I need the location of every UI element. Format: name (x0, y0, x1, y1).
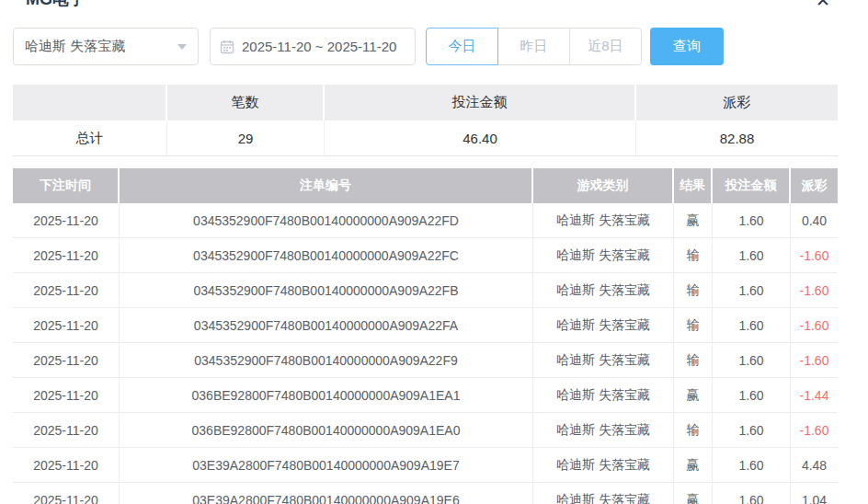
cell-payout: -1.60 (791, 343, 838, 378)
cell-game-category: 哈迪斯 失落宝藏 (533, 378, 674, 413)
cell-game-category: 哈迪斯 失落宝藏 (533, 448, 674, 483)
cell-result: 赢 (674, 483, 713, 504)
summary-table: 笔数 投注金额 派彩 总计 29 46.40 82.88 (13, 85, 838, 156)
summary-header-bet-amount: 投注金额 (325, 85, 636, 120)
filter-bar: 哈迪斯 失落宝藏 2025-11-20 ~ 2025-11-20 今日 昨日 近… (13, 28, 838, 65)
table-row: 2025-11-20 036BE92800F7480B00140000000A9… (13, 413, 838, 448)
cell-bet-amount: 1.60 (713, 413, 791, 448)
cell-result: 输 (674, 238, 713, 273)
summary-total-count: 29 (167, 120, 325, 156)
cell-bet-time: 2025-11-20 (13, 483, 120, 504)
table-row: 2025-11-20 0345352900F7480B00140000000A9… (13, 238, 838, 273)
yesterday-button[interactable]: 昨日 (497, 28, 570, 65)
summary-header-row: 笔数 投注金额 派彩 (13, 85, 838, 120)
cell-bet-time: 2025-11-20 (13, 238, 120, 273)
cell-bet-amount: 1.60 (713, 238, 791, 273)
summary-total-payout: 82.88 (636, 120, 838, 156)
cell-payout: 1.04 (791, 483, 838, 504)
cell-order-id: 03E39A2800F7480B00140000000A909A19E7 (120, 448, 533, 483)
cell-order-id: 0345352900F7480B00140000000A909A22FD (120, 203, 533, 238)
bet-table-header-row: 下注时间 注单编号 游戏类别 结果 投注金额 派彩 (13, 168, 838, 203)
header-payout: 派彩 (791, 168, 838, 203)
date-range-value: 2025-11-20 ~ 2025-11-20 (242, 39, 396, 54)
table-row: 2025-11-20 036BE92800F7480B00140000000A9… (13, 378, 838, 413)
cell-bet-amount: 1.60 (713, 203, 791, 238)
cell-bet-amount: 1.60 (713, 343, 791, 378)
header-bet-amount: 投注金额 (713, 168, 791, 203)
cell-bet-time: 2025-11-20 (13, 413, 120, 448)
cell-game-category: 哈迪斯 失落宝藏 (533, 273, 674, 308)
cell-payout: -1.60 (791, 413, 838, 448)
cell-bet-time: 2025-11-20 (13, 203, 120, 238)
last-8-days-button[interactable]: 近8日 (569, 28, 642, 65)
cell-bet-time: 2025-11-20 (13, 378, 120, 413)
cell-payout: -1.44 (791, 378, 838, 413)
bet-table-body: 2025-11-20 0345352900F7480B00140000000A9… (13, 203, 838, 504)
page-title: MG电子 (26, 0, 86, 10)
cell-order-id: 0345352900F7480B00140000000A909A22FB (120, 273, 533, 308)
cell-bet-time: 2025-11-20 (13, 343, 120, 378)
cell-bet-time: 2025-11-20 (13, 448, 120, 483)
chevron-down-icon (177, 44, 187, 50)
cell-bet-amount: 1.60 (713, 378, 791, 413)
cell-result: 输 (674, 308, 713, 343)
cell-result: 输 (674, 273, 713, 308)
today-button[interactable]: 今日 (426, 28, 498, 65)
bet-records-panel: MG电子 ✕ 哈迪斯 失落宝藏 2025-11-20 ~ 2025-11-20 … (0, 0, 868, 504)
cell-result: 赢 (674, 378, 713, 413)
table-row: 2025-11-20 03E39A2800F7480B00140000000A9… (13, 483, 838, 504)
game-select[interactable]: 哈迪斯 失落宝藏 (13, 28, 199, 65)
bet-table: 下注时间 注单编号 游戏类别 结果 投注金额 派彩 2025-11-20 034… (13, 168, 838, 504)
table-row: 2025-11-20 0345352900F7480B00140000000A9… (13, 308, 838, 343)
quick-range-group: 今日 昨日 近8日 (426, 28, 642, 65)
table-row: 2025-11-20 03E39A2800F7480B00140000000A9… (13, 448, 838, 483)
cell-bet-amount: 1.60 (713, 448, 791, 483)
cell-order-id: 03E39A2800F7480B00140000000A909A19E6 (120, 483, 533, 504)
summary-total-row: 总计 29 46.40 82.88 (13, 120, 838, 156)
cell-payout: 4.48 (791, 448, 838, 483)
header-result: 结果 (674, 168, 713, 203)
game-select-value: 哈迪斯 失落宝藏 (25, 38, 125, 55)
table-row: 2025-11-20 0345352900F7480B00140000000A9… (13, 273, 838, 308)
summary-total-bet-amount: 46.40 (325, 120, 636, 156)
summary-header-count: 笔数 (167, 85, 325, 120)
close-icon[interactable]: ✕ (816, 0, 830, 9)
summary-total-label: 总计 (13, 120, 167, 156)
cell-bet-time: 2025-11-20 (13, 273, 120, 308)
cell-order-id: 0345352900F7480B00140000000A909A22F9 (120, 343, 533, 378)
calendar-icon (220, 40, 234, 54)
cell-payout: -1.60 (791, 308, 838, 343)
cell-result: 赢 (674, 203, 713, 238)
date-range-picker[interactable]: 2025-11-20 ~ 2025-11-20 (210, 28, 416, 65)
cell-payout: -1.60 (791, 238, 838, 273)
panel-header: MG电子 ✕ (13, 0, 838, 11)
cell-payout: -1.60 (791, 273, 838, 308)
cell-bet-amount: 1.60 (713, 308, 791, 343)
query-button[interactable]: 查询 (650, 28, 724, 65)
table-row: 2025-11-20 0345352900F7480B00140000000A9… (13, 203, 838, 238)
header-game-category: 游戏类别 (533, 168, 674, 203)
cell-order-id: 036BE92800F7480B00140000000A909A1EA1 (120, 378, 533, 413)
cell-payout: 0.40 (791, 203, 838, 238)
summary-header-payout: 派彩 (636, 85, 838, 120)
cell-game-category: 哈迪斯 失落宝藏 (533, 343, 674, 378)
header-order-id: 注单编号 (120, 168, 533, 203)
cell-result: 赢 (674, 448, 713, 483)
cell-game-category: 哈迪斯 失落宝藏 (533, 308, 674, 343)
cell-bet-amount: 1.60 (713, 273, 791, 308)
cell-result: 输 (674, 343, 713, 378)
header-bet-time: 下注时间 (13, 168, 120, 203)
table-row: 2025-11-20 0345352900F7480B00140000000A9… (13, 343, 838, 378)
cell-result: 输 (674, 413, 713, 448)
cell-game-category: 哈迪斯 失落宝藏 (533, 203, 674, 238)
cell-game-category: 哈迪斯 失落宝藏 (533, 238, 674, 273)
summary-header-empty (13, 85, 167, 120)
cell-order-id: 0345352900F7480B00140000000A909A22FA (120, 308, 533, 343)
cell-order-id: 036BE92800F7480B00140000000A909A1EA0 (120, 413, 533, 448)
cell-bet-time: 2025-11-20 (13, 308, 120, 343)
cell-game-category: 哈迪斯 失落宝藏 (533, 413, 674, 448)
cell-game-category: 哈迪斯 失落宝藏 (533, 483, 674, 504)
cell-bet-amount: 1.60 (713, 483, 791, 504)
cell-order-id: 0345352900F7480B00140000000A909A22FC (120, 238, 533, 273)
